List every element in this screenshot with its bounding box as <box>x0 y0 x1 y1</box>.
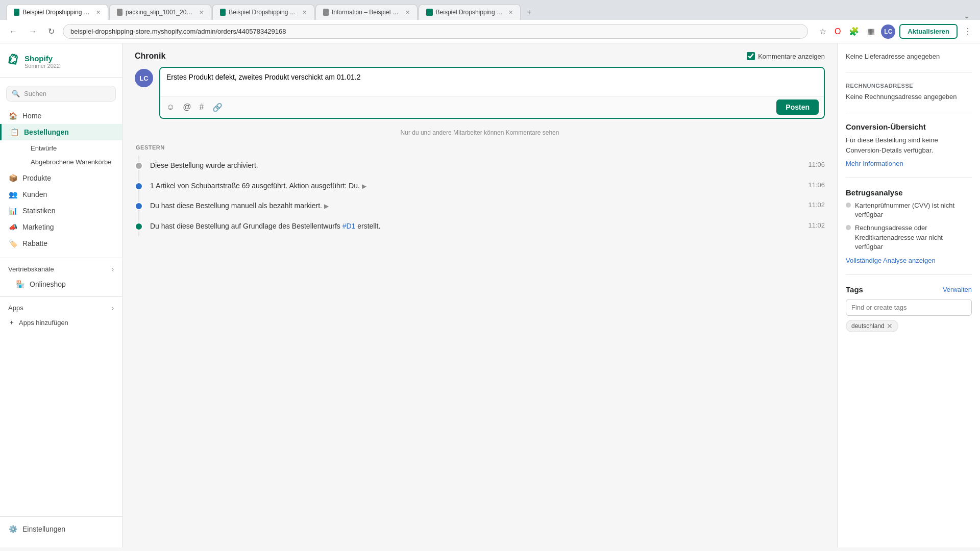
fraud-item-1: Kartenprüfnummer (CVV) ist nicht verfügb… <box>846 201 972 219</box>
tags-manage-link[interactable]: Verwalten <box>943 286 972 293</box>
sidebar-vertrieb-header[interactable]: Vertriebskanäle › <box>0 262 122 276</box>
tab-close-5[interactable]: ✕ <box>508 9 513 16</box>
back-button[interactable]: ← <box>6 25 20 38</box>
browser-tab-1[interactable]: Beispiel Dropshipping Store ·… ✕ <box>6 4 108 20</box>
draft-link[interactable]: #D1 <box>342 222 356 230</box>
opera-button[interactable]: O <box>832 25 843 38</box>
expand-icon-2[interactable]: ▶ <box>362 183 366 190</box>
forward-button[interactable]: → <box>26 25 40 38</box>
refresh-button[interactable]: ↻ <box>45 24 58 38</box>
tab-close-3[interactable]: ✕ <box>302 9 307 16</box>
conversion-section: Conversion-Übersicht Für diese Bestellun… <box>846 122 972 178</box>
browser-tab-4[interactable]: Information – Beispiel Dropshi… ✕ <box>315 4 418 20</box>
browser-tabs: Beispiel Dropshipping Store ·… ✕ packing… <box>6 4 974 20</box>
tab-close-4[interactable]: ✕ <box>405 9 410 16</box>
conversion-text: Für diese Bestellung sind keine Conversi… <box>846 135 972 155</box>
sidebar-nav: 🏠 Home 📋 Bestellungen Entwürfe Abgebroch… <box>0 106 122 254</box>
sidebar-search-box[interactable]: 🔍 Suchen <box>6 86 116 102</box>
tags-title: Tags <box>846 285 863 294</box>
comment-text-input[interactable]: Erstes Produkt defekt, zweites Produkt v… <box>160 68 824 94</box>
tags-input[interactable] <box>846 299 972 316</box>
link-icon[interactable]: 🔗 <box>211 102 224 113</box>
tab-close-2[interactable]: ✕ <box>199 9 204 16</box>
sidebar-home-label: Home <box>22 112 41 120</box>
bookmark-button[interactable]: ☆ <box>817 24 828 38</box>
timeline-item-3: Du hast diese Bestellung manuell als bez… <box>135 196 825 216</box>
sidebar-item-marketing[interactable]: 📣 Marketing <box>0 219 122 235</box>
update-button[interactable]: Aktualisieren <box>899 24 958 39</box>
hashtag-icon[interactable]: # <box>199 102 205 113</box>
settings-label: Einstellungen <box>22 525 65 533</box>
tab-close-1[interactable]: ✕ <box>96 9 101 16</box>
tab-label-3: Beispiel Dropshipping Store ·… <box>229 9 297 16</box>
sidebar-toggle[interactable]: ▦ <box>865 24 877 38</box>
timeline-dot-4 <box>135 222 143 231</box>
plus-icon: ＋ <box>8 318 15 327</box>
toolbar-icons: ☺ @ # 🔗 <box>165 102 224 113</box>
settings-icon: ⚙️ <box>8 525 17 533</box>
comment-toolbar: ☺ @ # 🔗 Posten <box>160 96 824 118</box>
add-apps-button[interactable]: ＋ Apps hinzufügen <box>0 315 122 330</box>
fraud-item-2: Rechnungsadresse oder Kreditkartenadress… <box>846 223 972 252</box>
comment-box-wrapper: LC Erstes Produkt defekt, zweites Produk… <box>135 67 825 119</box>
tab-more[interactable]: ⌄ <box>960 12 974 20</box>
timeline-time-1: 11:06 <box>808 161 825 168</box>
sidebar-item-abgebrochene[interactable]: Abgebrochene Warenkörbe <box>22 155 122 169</box>
show-comments-checkbox[interactable] <box>747 52 755 60</box>
post-button[interactable]: Posten <box>776 99 819 115</box>
new-tab-button[interactable]: + <box>522 5 536 20</box>
mention-icon[interactable]: @ <box>182 102 192 113</box>
timeline-item-1: Diese Bestellung wurde archiviert. 11:06 <box>135 156 825 176</box>
sidebar-search-area: 🔍 Suchen <box>0 82 122 106</box>
tab-label-5: Beispiel Dropshipping Store <box>436 9 503 16</box>
sidebar-produkte-label: Produkte <box>22 174 51 182</box>
url-bar[interactable] <box>63 24 808 39</box>
browser-tab-2[interactable]: packing_slip_1001_20220818… ✕ <box>109 4 211 20</box>
expand-icon-3[interactable]: ▶ <box>324 203 329 210</box>
nav-right: ☆ O 🧩 ▦ LC Aktualisieren ⋮ <box>817 24 974 39</box>
marketing-icon: 📣 <box>8 223 17 231</box>
right-panel: Keine Lieferadresse angegeben RECHNUNGSA… <box>837 43 980 547</box>
sidebar-item-bestellungen[interactable]: 📋 Bestellungen <box>0 124 122 140</box>
conversion-title: Conversion-Übersicht <box>846 122 972 131</box>
browser-user-avatar: LC <box>881 24 895 39</box>
menu-button[interactable]: ⋮ <box>962 24 974 38</box>
browser-tab-5[interactable]: Beispiel Dropshipping Store ✕ <box>419 4 521 20</box>
commenter-avatar: LC <box>135 69 153 87</box>
full-analysis-link[interactable]: Vollständige Analyse anzeigen <box>846 257 972 264</box>
no-billing-text: Keine Rechnungsadresse angegeben <box>846 92 972 102</box>
timeline-dot-3 <box>135 202 143 210</box>
sidebar-item-statistiken[interactable]: 📊 Statistiken <box>0 203 122 219</box>
extension-button[interactable]: 🧩 <box>847 24 861 38</box>
timeline-text-2: 1 Artikel von Schubartstraße 69 ausgefüh… <box>150 181 801 191</box>
timeline-time-3: 11:02 <box>808 201 825 209</box>
emoji-icon[interactable]: ☺ <box>165 102 176 113</box>
timeline-time-2: 11:06 <box>808 181 825 189</box>
no-delivery-text: Keine Lieferadresse angegeben <box>846 52 972 62</box>
timeline-time-4: 11:02 <box>808 221 825 229</box>
store-name-label: Shopify <box>24 54 60 63</box>
add-apps-label: Apps hinzufügen <box>19 319 68 327</box>
sidebar-kunden-label: Kunden <box>22 190 47 198</box>
orders-icon: 📋 <box>10 128 19 136</box>
sidebar-apps-header[interactable]: Apps › <box>0 301 122 315</box>
vertrieb-label: Vertriebskanäle <box>8 265 54 273</box>
sidebar-item-entwurfe[interactable]: Entwürfe <box>22 141 122 155</box>
sidebar-item-settings[interactable]: ⚙️ Einstellungen <box>0 521 122 537</box>
browser-chrome: Beispiel Dropshipping Store ·… ✕ packing… <box>0 0 980 20</box>
shopify-logo-icon <box>8 54 20 69</box>
sidebar-item-onlineshop[interactable]: 🏪 Onlineshop <box>0 276 122 292</box>
fraud-section: Betrugsanalyse Kartenprüfnummer (CVV) is… <box>846 188 972 275</box>
apps-label: Apps <box>8 304 23 312</box>
timeline-dot-2 <box>135 182 143 190</box>
tab-favicon-3 <box>220 9 226 16</box>
browser-tab-3[interactable]: Beispiel Dropshipping Store ·… ✕ <box>212 4 314 20</box>
sidebar-item-rabatte[interactable]: 🏷️ Rabatte <box>0 235 122 252</box>
sidebar-item-produkte[interactable]: 📦 Produkte <box>0 170 122 186</box>
sidebar-item-kunden[interactable]: 👥 Kunden <box>0 186 122 203</box>
tab-favicon-2 <box>117 9 122 16</box>
tag-remove-button[interactable]: ✕ <box>887 322 893 330</box>
more-info-link[interactable]: Mehr Informationen <box>846 160 903 167</box>
timeline-text-1: Diese Bestellung wurde archiviert. <box>150 161 801 171</box>
sidebar-item-home[interactable]: 🏠 Home <box>0 108 122 124</box>
